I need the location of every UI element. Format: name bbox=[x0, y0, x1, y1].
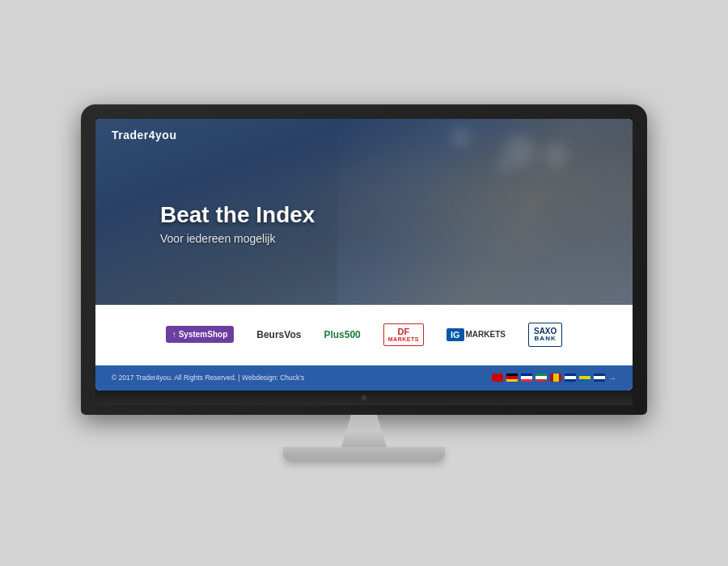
hero-title: Beat the Index bbox=[160, 203, 633, 228]
footer-copyright: © 2017 Trader4you. All Rights Reserved. … bbox=[112, 374, 304, 382]
monitor-chin bbox=[95, 391, 633, 405]
partner-ig-markets: IG MARKETS bbox=[447, 328, 506, 341]
footer: © 2017 Trader4you. All Rights Reserved. … bbox=[95, 365, 633, 391]
beursvos-label: BeursVos bbox=[256, 329, 301, 340]
saxo-label: SAXO BANK bbox=[534, 327, 557, 343]
flag-more: → bbox=[608, 374, 616, 382]
screen: Trader4you Beat the Index Voor iedereen … bbox=[95, 119, 633, 391]
flag-fi bbox=[594, 374, 605, 382]
flag-fr bbox=[521, 374, 532, 382]
df-label: DF MARKETS bbox=[388, 327, 419, 343]
systemshop-label: SystemShop bbox=[179, 330, 228, 339]
monitor-stand-neck bbox=[332, 415, 396, 447]
brand-logo: Trader4you bbox=[112, 129, 176, 142]
hero-section: Trader4you Beat the Index Voor iedereen … bbox=[95, 119, 633, 305]
partners-section: ↑ SystemShop BeursVos Plus500 DF MARKETS bbox=[95, 305, 633, 365]
monitor: Trader4you Beat the Index Voor iedereen … bbox=[81, 104, 647, 462]
systemshop-icon: ↑ bbox=[172, 330, 176, 339]
partner-beursvos: BeursVos bbox=[256, 329, 301, 340]
ig-badge: IG bbox=[447, 328, 464, 341]
partner-plus500: Plus500 bbox=[324, 329, 360, 340]
plus500-label: Plus500 bbox=[324, 329, 360, 340]
flag-gb bbox=[565, 374, 576, 382]
nav-bar: Trader4you bbox=[95, 119, 633, 151]
flag-se bbox=[579, 374, 590, 382]
flag-nl bbox=[492, 374, 503, 382]
monitor-bezel: Trader4you Beat the Index Voor iedereen … bbox=[95, 119, 633, 391]
flag-de bbox=[506, 374, 518, 382]
hero-subtitle: Voor iedereen mogelijk bbox=[160, 232, 633, 245]
monitor-body: Trader4you Beat the Index Voor iedereen … bbox=[81, 104, 647, 415]
monitor-power-dot bbox=[362, 395, 366, 400]
partner-saxo-bank: SAXO BANK bbox=[528, 323, 562, 347]
partner-systemshop: ↑ SystemShop bbox=[166, 326, 235, 343]
flag-it bbox=[535, 374, 547, 382]
monitor-stand-base bbox=[283, 447, 445, 462]
flag-group: → bbox=[492, 374, 616, 382]
partner-df-markets: DF MARKETS bbox=[383, 323, 424, 346]
flag-es bbox=[550, 374, 561, 382]
ig-label: MARKETS bbox=[466, 330, 506, 339]
